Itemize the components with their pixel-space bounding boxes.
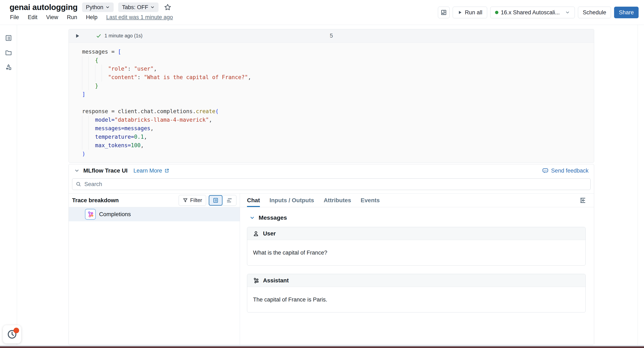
search-box [72,178,590,190]
list-view-button[interactable] [209,195,222,206]
success-check-icon [96,33,102,39]
cluster-label: 16.x Shared Autoscali... [501,9,560,16]
tabs-mode-label: Tabs: OFF [122,4,148,10]
cell-run-status: 1 minute ago (1s) [104,33,142,39]
topbar: genai autologging Python Tabs: OFF File … [0,0,644,25]
execution-count: 5 [330,32,333,39]
trace-header: MLflow Trace UI Learn More Send feedback [69,164,594,177]
trace-title: MLflow Trace UI [83,167,128,174]
notebook-app: genai autologging Python Tabs: OFF File … [0,0,644,348]
send-feedback-link[interactable]: Send feedback [542,167,588,174]
learn-more-label: Learn More [133,168,162,174]
schedule-label: Schedule [583,9,606,16]
chevron-down-icon [105,5,110,9]
language-selector[interactable]: Python [82,2,114,12]
messages-label: Messages [259,214,287,221]
filter-button[interactable]: Filter [179,195,206,206]
scrollbar[interactable] [638,25,644,345]
layout-view-button[interactable] [438,7,450,18]
trace-span-row-completions[interactable]: Completions [69,207,240,221]
language-label: Python [86,4,103,10]
detail-tabs: Chat Inputs / Outputs Attributes Events [240,194,594,207]
gantt-bars-icon [226,197,232,204]
notification-dot [14,328,19,333]
run-all-label: Run all [465,9,482,16]
list-detail-icon [212,197,219,204]
trace-breakdown-pane: Trace breakdown Filter [69,194,240,345]
menu-view[interactable]: View [46,14,58,20]
message-text: What is the capital of France? [247,240,586,265]
title-row: genai autologging Python Tabs: OFF [10,2,172,12]
menu-run[interactable]: Run [67,14,77,20]
view-toggle [208,195,236,206]
span-detail-pane: Chat Inputs / Outputs Attributes Events [240,194,594,345]
menu-bar: File Edit View Run Help Last edit was 1 … [10,14,173,20]
filter-label: Filter [190,197,202,204]
message-header: User [247,227,586,240]
send-feedback-label: Send feedback [551,168,588,174]
tab-chat[interactable]: Chat [247,194,260,207]
topbar-actions: Run all 16.x Shared Autoscali... Schedul… [438,7,638,18]
menu-edit[interactable]: Edit [28,14,38,20]
chat-tab-content: Messages User What is the capital of Fra… [240,207,594,345]
schedule-button[interactable]: Schedule [578,7,611,18]
cluster-status-icon [495,11,498,14]
favorite-star-icon[interactable] [164,3,172,11]
menu-file[interactable]: File [10,14,19,20]
trace-span-label: Completions [99,211,131,218]
shapes-icon[interactable] [0,60,17,74]
run-all-button[interactable]: Run all [453,7,487,18]
timeline-view-button[interactable] [222,195,236,206]
tab-attributes[interactable]: Attributes [324,194,351,207]
search-row [69,177,594,193]
message-text: The capital of France is Paris. [247,287,586,312]
learn-more-link[interactable]: Learn More [133,168,170,174]
code-block[interactable]: messages = [{"role": "user","content": "… [69,42,594,162]
breakdown-title: Trace breakdown [72,197,119,204]
dashboard-grid-icon [440,9,447,15]
cell-header: 1 minute ago (1s) 5 [69,29,594,42]
last-edit-link[interactable]: Last edit was 1 minute ago [106,14,173,20]
funnel-icon [182,198,188,203]
notebook-cell: 1 minute ago (1s) 5 messages = [{"role":… [68,29,594,163]
left-sidebar [0,25,17,345]
search-icon [76,181,82,187]
assistant-icon [252,277,259,284]
share-button[interactable]: Share [614,7,638,18]
speech-bubble-icon [542,167,549,174]
bottom-bar [0,346,644,348]
chevron-down-icon [250,215,255,221]
notebook-title: genai autologging [10,3,78,12]
recent-activity-button[interactable] [3,325,21,344]
cluster-selector[interactable]: 16.x Shared Autoscali... [490,7,575,18]
external-link-icon [164,168,170,173]
folder-icon[interactable] [0,45,17,60]
table-of-contents-icon[interactable] [0,31,17,45]
panel-collapse-left-icon[interactable] [580,197,587,204]
message-card-assistant: Assistant The capital of France is Paris… [247,274,586,313]
user-icon [252,230,259,237]
play-icon [458,10,462,15]
message-header: Assistant [247,274,586,287]
chevron-down-icon[interactable] [74,168,80,173]
breakdown-header: Trace breakdown Filter [69,194,240,207]
run-cell-icon[interactable] [74,33,80,39]
share-label: Share [619,9,634,16]
mlflow-trace-panel: MLflow Trace UI Learn More Send feedback [68,164,594,345]
mlflow-network-icon [85,209,96,220]
message-role: Assistant [263,277,289,284]
breakdown-actions: Filter [179,195,236,206]
tab-inputs-outputs[interactable]: Inputs / Outputs [270,194,314,207]
tabs-mode-selector[interactable]: Tabs: OFF [118,2,158,12]
message-card-user: User What is the capital of France? [247,227,586,266]
chevron-down-icon [565,10,570,15]
trace-body: Trace breakdown Filter [69,193,594,345]
chevron-down-icon [150,5,155,9]
tab-events[interactable]: Events [361,194,380,207]
message-role: User [263,230,276,237]
search-input[interactable] [84,181,587,188]
menu-help[interactable]: Help [86,14,98,20]
messages-section-header[interactable]: Messages [250,214,586,221]
